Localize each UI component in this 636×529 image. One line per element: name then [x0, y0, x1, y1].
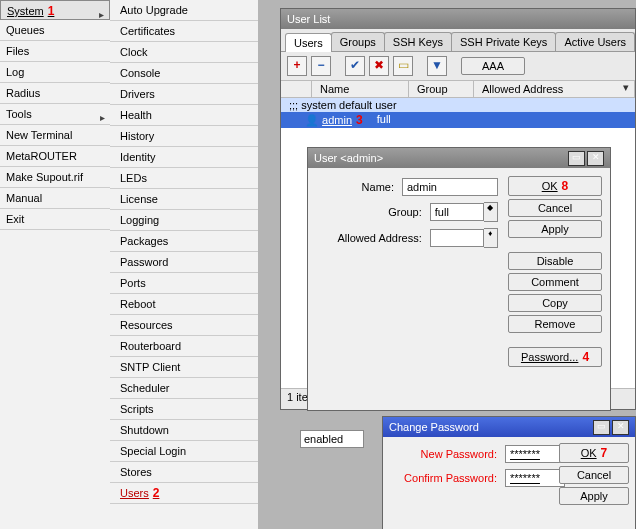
ok-button[interactable]: OK8 — [508, 176, 602, 196]
change-password-dialog: Change Password ▭✕ New Password: 5 Confi… — [382, 416, 636, 529]
submenu-stores[interactable]: Stores — [110, 462, 258, 483]
user-dialog-title: User <admin> — [314, 148, 383, 168]
tab-users[interactable]: Users — [285, 33, 332, 52]
submenu-special-login[interactable]: Special Login — [110, 441, 258, 462]
submenu-password[interactable]: Password — [110, 252, 258, 273]
label-name: Name: — [318, 181, 402, 193]
tab-groups[interactable]: Groups — [331, 32, 385, 51]
cp-cancel-button[interactable]: Cancel — [559, 466, 629, 484]
submenu-scheduler[interactable]: Scheduler — [110, 378, 258, 399]
user-list-tabs: UsersGroupsSSH KeysSSH Private KeysActiv… — [281, 29, 635, 52]
row-user-group: full — [377, 113, 391, 127]
main-menu-tools[interactable]: Tools▸ — [0, 104, 110, 125]
label-group: Group: — [318, 206, 430, 218]
submenu-identity[interactable]: Identity — [110, 147, 258, 168]
main-menu-queues[interactable]: Queues — [0, 20, 110, 41]
group-input[interactable] — [430, 203, 484, 221]
name-input[interactable] — [402, 178, 498, 196]
submenu-clock[interactable]: Clock — [110, 42, 258, 63]
row-user-name: admin — [322, 114, 352, 126]
disable-button[interactable]: Disable — [508, 252, 602, 270]
main-menu-exit[interactable]: Exit — [0, 209, 110, 230]
user-dialog-form: Name: Group: ◆ Allowed Address: ♦ — [308, 168, 508, 260]
submenu-ports[interactable]: Ports — [110, 273, 258, 294]
close-button[interactable]: ✕ — [587, 151, 604, 166]
main-menu-radius[interactable]: Radius — [0, 83, 110, 104]
cancel-button[interactable]: Cancel — [508, 199, 602, 217]
row-user[interactable]: 👤 admin3 full — [281, 112, 635, 128]
user-list-toolbar: + − ✔ ✖ ▭ ▼ AAA — [281, 52, 635, 81]
row-comment: ;;; system default user — [281, 98, 635, 112]
submenu-reboot[interactable]: Reboot — [110, 294, 258, 315]
submenu-scripts[interactable]: Scripts — [110, 399, 258, 420]
submenu-auto-upgrade[interactable]: Auto Upgrade — [110, 0, 258, 21]
tab-ssh-private-keys[interactable]: SSH Private Keys — [451, 32, 556, 51]
enable-button[interactable]: ✔ — [345, 56, 365, 76]
user-dialog-buttons: OK8 Cancel Apply Disable Comment Copy Re… — [508, 176, 602, 367]
submenu-history[interactable]: History — [110, 126, 258, 147]
main-menu-metarouter[interactable]: MetaROUTER — [0, 146, 110, 167]
remove-button2[interactable]: Remove — [508, 315, 602, 333]
label-allowed: Allowed Address: — [318, 232, 430, 244]
submenu-certificates[interactable]: Certificates — [110, 21, 258, 42]
cp-apply-button[interactable]: Apply — [559, 487, 629, 505]
copy-button[interactable]: Copy — [508, 294, 602, 312]
main-menu: System▸1QueuesFilesLogRadiusTools▸New Te… — [0, 0, 111, 529]
submenu-logging[interactable]: Logging — [110, 210, 258, 231]
group-spinner[interactable]: ◆ — [484, 202, 498, 222]
allowed-input[interactable] — [430, 229, 484, 247]
col-group[interactable]: Group — [409, 81, 474, 97]
change-password-buttons: OK7 Cancel Apply — [559, 443, 629, 505]
user-list-title: User List — [287, 9, 330, 29]
comment-button[interactable]: ▭ — [393, 56, 413, 76]
cp-close-button[interactable]: ✕ — [612, 420, 629, 435]
submenu-health[interactable]: Health — [110, 105, 258, 126]
submenu-shutdown[interactable]: Shutdown — [110, 420, 258, 441]
submenu-routerboard[interactable]: Routerboard — [110, 336, 258, 357]
password-button[interactable]: Password...4 — [508, 347, 602, 367]
main-menu-manual[interactable]: Manual — [0, 188, 110, 209]
main-menu-make-supout-rif[interactable]: Make Supout.rif — [0, 167, 110, 188]
label-confirmpw: Confirm Password: — [389, 472, 505, 484]
filter-button[interactable]: ▼ — [427, 56, 447, 76]
label-newpw: New Password: — [389, 448, 505, 460]
submenu-packages[interactable]: Packages — [110, 231, 258, 252]
apply-button[interactable]: Apply — [508, 220, 602, 238]
main-menu-new-terminal[interactable]: New Terminal — [0, 125, 110, 146]
submenu-leds[interactable]: LEDs — [110, 168, 258, 189]
column-headers: Name Group Allowed Address ▾ — [281, 81, 635, 98]
main-menu-files[interactable]: Files — [0, 41, 110, 62]
submenu-drivers[interactable]: Drivers — [110, 84, 258, 105]
submenu-license[interactable]: License — [110, 189, 258, 210]
user-dialog-title-bar[interactable]: User <admin> ▭✕ — [308, 148, 610, 168]
col-name[interactable]: Name — [312, 81, 409, 97]
system-submenu: Auto UpgradeCertificatesClockConsoleDriv… — [110, 0, 259, 529]
new-password-input[interactable] — [505, 445, 565, 463]
cp-minimize-button[interactable]: ▭ — [593, 420, 610, 435]
main-menu-log[interactable]: Log — [0, 62, 110, 83]
minimize-button[interactable]: ▭ — [568, 151, 585, 166]
user-list-title-bar[interactable]: User List — [281, 9, 635, 29]
add-button[interactable]: + — [287, 56, 307, 76]
main-menu-system[interactable]: System▸1 — [0, 0, 110, 20]
col-allowed[interactable]: Allowed Address — [474, 81, 635, 97]
submenu-resources[interactable]: Resources — [110, 315, 258, 336]
submenu-users[interactable]: Users2 — [110, 483, 258, 504]
change-password-title: Change Password — [389, 417, 479, 437]
comment-button[interactable]: Comment — [508, 273, 602, 291]
allowed-spinner[interactable]: ♦ — [484, 228, 498, 248]
cp-ok-button[interactable]: OK7 — [559, 443, 629, 463]
submenu-sntp-client[interactable]: SNTP Client — [110, 357, 258, 378]
col-spacer[interactable] — [281, 81, 312, 97]
enabled-field[interactable]: enabled — [300, 430, 364, 448]
tab-ssh-keys[interactable]: SSH Keys — [384, 32, 452, 51]
user-dialog: User <admin> ▭✕ Name: Group: ◆ Allowed A… — [307, 147, 611, 411]
submenu-console[interactable]: Console — [110, 63, 258, 84]
confirm-password-input[interactable] — [505, 469, 565, 487]
disable-button[interactable]: ✖ — [369, 56, 389, 76]
remove-button[interactable]: − — [311, 56, 331, 76]
aaa-button[interactable]: AAA — [461, 57, 525, 75]
tab-active-users[interactable]: Active Users — [555, 32, 635, 51]
change-password-title-bar[interactable]: Change Password ▭✕ — [383, 417, 635, 437]
